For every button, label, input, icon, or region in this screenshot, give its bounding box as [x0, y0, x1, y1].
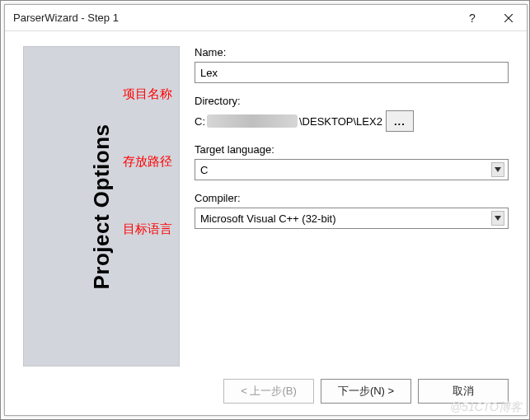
name-input[interactable] [195, 62, 509, 83]
cancel-button-label: 取消 [453, 384, 474, 399]
dialog-window: ParserWizard - Step 1 ? Project Options … [4, 4, 528, 416]
name-label: Name: [195, 46, 509, 58]
svg-marker-3 [495, 216, 501, 221]
chevron-down-icon [491, 162, 504, 177]
next-button-label: 下一步(N) > [338, 384, 394, 399]
field-language: Target language: C [195, 143, 509, 180]
redacted-segment [207, 114, 298, 128]
compiler-select[interactable]: Microsoft Visual C++ (32-bit) [195, 208, 509, 229]
form-column: Name: Directory: C: \DESKTOP\LEX2 ... [195, 46, 509, 366]
compiler-value: Microsoft Visual C++ (32-bit) [200, 212, 336, 225]
directory-label: Directory: [195, 95, 509, 107]
directory-prefix: C: [195, 115, 205, 128]
browse-button[interactable]: ... [386, 110, 414, 132]
field-compiler: Compiler: Microsoft Visual C++ (32-bit) [195, 192, 509, 229]
next-button[interactable]: 下一步(N) > [321, 379, 411, 404]
back-button: < 上一步(B) [223, 379, 314, 404]
svg-marker-2 [495, 167, 501, 172]
button-row: < 上一步(B) 下一步(N) > 取消 [23, 366, 509, 407]
chevron-down-icon [491, 211, 504, 226]
language-label: Target language: [195, 143, 509, 156]
back-button-label: < 上一步(B) [241, 384, 297, 399]
close-button[interactable] [490, 5, 527, 31]
sidebar: Project Options 项目名称 存放路径 目标语言 [23, 46, 180, 366]
help-button[interactable]: ? [454, 5, 490, 31]
sidebar-title: Project Options [89, 124, 115, 289]
directory-input[interactable]: C: \DESKTOP\LEX2 [195, 110, 382, 132]
titlebar: ParserWizard - Step 1 ? [5, 5, 527, 31]
help-icon: ? [469, 12, 476, 25]
directory-suffix: \DESKTOP\LEX2 [299, 115, 382, 128]
close-icon [504, 14, 513, 22]
ellipsis-icon: ... [394, 115, 406, 128]
language-select[interactable]: C [195, 159, 509, 180]
content-area: Project Options 项目名称 存放路径 目标语言 Name: Dir… [5, 31, 527, 415]
compiler-label: Compiler: [195, 192, 509, 204]
watermark: @51CTO博客 [450, 400, 522, 415]
annotation-name: 项目名称 [123, 86, 172, 102]
language-value: C [200, 164, 208, 176]
annotation-language: 目标语言 [123, 222, 172, 237]
field-directory: Directory: C: \DESKTOP\LEX2 ... [195, 95, 509, 132]
annotation-directory: 存放路径 [123, 154, 172, 170]
window-title: ParserWizard - Step 1 [13, 12, 454, 24]
field-name: Name: [195, 46, 509, 83]
